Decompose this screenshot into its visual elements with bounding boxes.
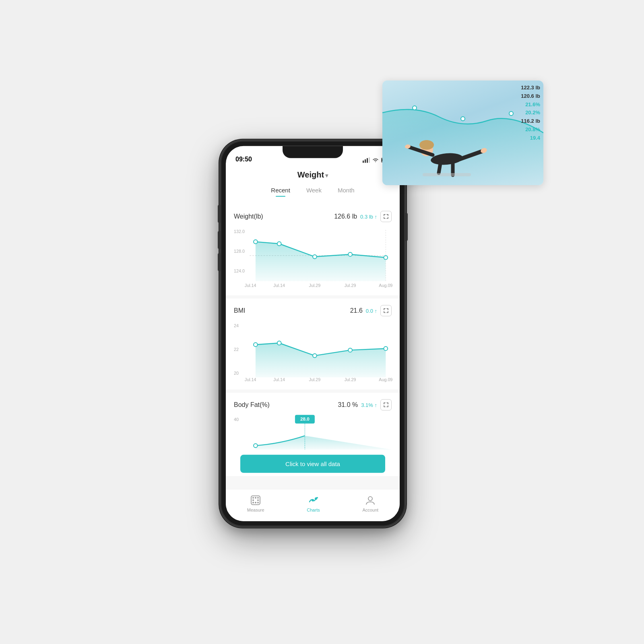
svg-point-41 (348, 348, 352, 352)
svg-text:22: 22 (234, 347, 239, 352)
charts-icon (308, 494, 319, 506)
svg-point-64 (368, 496, 372, 500)
bodyfat-delta: 3.1% ↑ (361, 402, 377, 408)
yoga-overlay: 122.3 lb 120.6 lb 21.6% 20.2% 116.2 lb 2… (382, 80, 543, 185)
weight-chart-header: Weight(lb) 126.6 lb 0.3 lb ↑ (234, 211, 392, 222)
svg-point-54 (252, 497, 254, 498)
yoga-stat-2: 120.6 lb (521, 92, 540, 101)
header-title[interactable]: Weight▾ (235, 170, 390, 180)
bottom-navigation: Measure Charts (226, 489, 400, 521)
svg-rect-14 (365, 159, 366, 163)
svg-text:20: 20 (234, 371, 239, 376)
expand-icon-bmi (384, 308, 388, 313)
weight-chart-svg: 132.0 128.0 124.0 (234, 225, 392, 290)
bodyfat-label: Body Fat(%) (234, 401, 270, 409)
nav-item-charts[interactable]: Charts (307, 494, 320, 512)
svg-point-59 (252, 502, 254, 503)
weight-value-area: 126.6 lb 0.3 lb ↑ (334, 211, 392, 222)
svg-point-5 (419, 140, 434, 150)
bmi-section: BMI 21.6 0.0 ↑ (226, 299, 400, 390)
expand-icon (384, 214, 388, 219)
svg-text:Jul.14: Jul.14 (245, 283, 256, 288)
bodyfat-value-area: 31.0 % 3.1% ↑ (338, 399, 392, 411)
svg-rect-13 (363, 161, 364, 163)
weight-section: Weight(lb) 126.6 lb 0.3 lb ↑ (226, 204, 400, 295)
svg-point-39 (277, 341, 281, 345)
nav-item-measure[interactable]: Measure (247, 494, 264, 512)
svg-text:40: 40 (234, 417, 239, 422)
svg-text:28.0: 28.0 (300, 416, 310, 421)
yoga-stat-5: 116.2 lb (521, 117, 540, 126)
app-header: Weight▾ Recent Week Month (226, 166, 400, 197)
svg-text:Jul.29: Jul.29 (309, 283, 321, 288)
tab-month[interactable]: Month (330, 184, 363, 197)
svg-text:132.0: 132.0 (234, 229, 245, 234)
weight-label: Weight(lb) (234, 213, 263, 220)
account-label: Account (362, 507, 378, 512)
svg-point-42 (384, 347, 388, 351)
svg-point-61 (257, 502, 259, 503)
phone-screen: 09:50 (226, 146, 400, 521)
svg-text:Jul.29: Jul.29 (309, 377, 321, 382)
svg-point-25 (277, 242, 281, 246)
svg-text:Aug.09: Aug.09 (379, 283, 392, 288)
svg-point-38 (254, 343, 258, 347)
svg-text:Jul.29: Jul.29 (345, 283, 356, 288)
yoga-stat-3: 21.6% (521, 101, 540, 109)
svg-point-24 (254, 240, 258, 244)
svg-point-0 (413, 106, 417, 110)
bodyfat-chart-svg: 40 28.0 (234, 414, 392, 450)
signal-icon (363, 157, 370, 163)
expand-icon-bf (384, 402, 388, 407)
app-content: Weight(lb) 126.6 lb 0.3 lb ↑ (226, 204, 400, 489)
weight-value: 126.6 lb (334, 213, 357, 220)
weight-delta: 0.3 lb ↑ (360, 213, 377, 219)
svg-point-62 (312, 499, 314, 501)
bodyfat-chart-header: Body Fat(%) 31.0 % 3.1% ↑ (234, 399, 392, 411)
bmi-chart-svg: 24 22 20 Jul.14 (234, 320, 392, 384)
svg-rect-16 (369, 157, 370, 163)
bodyfat-value: 31.0 % (338, 401, 358, 409)
tab-navigation: Recent Week Month (235, 184, 390, 197)
svg-point-63 (315, 497, 317, 500)
bodyfat-section: Body Fat(%) 31.0 % 3.1% ↑ (226, 393, 400, 476)
weight-expand-btn[interactable] (380, 211, 392, 222)
svg-text:128.0: 128.0 (234, 249, 245, 254)
scene: 122.3 lb 120.6 lb 21.6% 20.2% 116.2 lb 2… (101, 80, 543, 564)
bmi-chart-header: BMI 21.6 0.0 ↑ (234, 305, 392, 316)
svg-text:24: 24 (234, 323, 239, 328)
svg-point-56 (257, 497, 259, 498)
svg-text:Aug.09: Aug.09 (379, 377, 392, 382)
svg-text:Jul.14: Jul.14 (273, 377, 285, 382)
svg-point-57 (252, 499, 254, 501)
nav-item-account[interactable]: Account (362, 494, 378, 512)
bmi-label: BMI (234, 307, 245, 314)
yoga-stat-7: 19.4 (521, 134, 540, 142)
header-title-text: Weight (297, 170, 324, 179)
bmi-expand-btn[interactable] (380, 305, 392, 316)
account-icon (365, 494, 376, 506)
svg-point-40 (313, 354, 317, 358)
measure-label: Measure (247, 507, 264, 512)
bmi-value: 21.6 (350, 307, 363, 314)
svg-point-2 (509, 111, 513, 116)
measure-icon (250, 494, 261, 506)
bodyfat-expand-btn[interactable] (380, 399, 392, 411)
svg-rect-12 (423, 173, 471, 176)
svg-text:124.0: 124.0 (234, 268, 245, 273)
svg-text:Jul.14: Jul.14 (245, 377, 256, 382)
svg-line-10 (439, 161, 441, 173)
svg-point-60 (255, 502, 256, 503)
tab-week[interactable]: Week (298, 184, 330, 197)
tab-recent[interactable]: Recent (263, 184, 298, 197)
view-all-data-button[interactable]: Click to view all data (240, 455, 385, 473)
svg-point-58 (257, 499, 259, 501)
svg-text:Jul.29: Jul.29 (345, 377, 356, 382)
svg-point-52 (254, 444, 258, 448)
yoga-stat-4: 20.2% (521, 109, 540, 117)
charts-label: Charts (307, 507, 320, 512)
header-arrow: ▾ (325, 172, 328, 179)
svg-rect-15 (367, 158, 368, 163)
status-time: 09:50 (235, 156, 252, 163)
svg-point-26 (313, 255, 317, 259)
